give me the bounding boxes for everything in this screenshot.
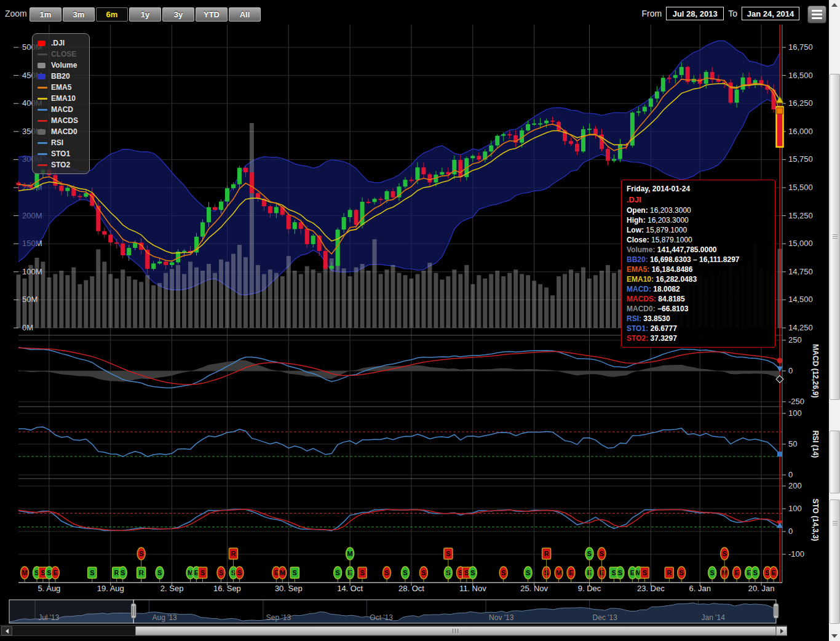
scroll-up-icon[interactable] [831,3,838,7]
rsi-axis-label: 100 [788,408,802,418]
toolbar: Zoom 1m3m6m1y3yYTDAll From To [0,0,840,23]
grip-icon [453,629,459,633]
svg-text:E: E [274,569,279,576]
zoom-button-6m[interactable]: 6m [96,7,128,22]
svg-text:E: E [734,569,739,576]
vertical-scrollbar-thumb[interactable] [830,74,840,400]
menu-button[interactable] [807,6,826,23]
price-axis-label: 15,250 [788,211,813,220]
x-axis-label: 14. Oct [337,584,363,593]
series-line-icon [38,54,47,55]
from-date-input[interactable] [666,7,724,20]
legend-label: STO2 [51,161,70,169]
tooltip-row-macd0: MACD0: −66.8103 [627,304,771,314]
zoom-button-1m[interactable]: 1m [30,7,61,22]
scroll-down-icon[interactable] [831,634,838,638]
svg-text:S: S [121,569,125,576]
macd-axis-label: 0 [788,366,793,375]
vertical-scrollbar-thumb[interactable] [830,500,840,624]
zoom-button-1y[interactable]: 1y [129,7,161,22]
series-line-icon [38,142,47,144]
to-date-input[interactable] [742,7,799,20]
svg-text:S: S [90,569,94,576]
x-axis-label: 11. Nov [459,584,486,593]
svg-text:S: S [360,569,364,576]
zoom-button-3y[interactable]: 3y [162,7,194,22]
svg-text:S: S [47,569,51,576]
svg-text:R: R [667,569,672,576]
scroll-right-button[interactable] [776,626,787,635]
price-axis-label: 15,000 [788,239,813,248]
price-axis-label: 14,500 [788,295,813,304]
vertical-scrollbar-thumb[interactable] [830,431,840,493]
legend-item-close[interactable]: CLOSE [38,49,85,60]
svg-text:S: S [710,569,715,576]
series-line-icon [38,164,47,166]
series-swatch-icon [38,63,47,68]
legend-label: EMA10 [51,94,76,103]
macd-axis-label: -250 [788,397,804,406]
svg-text:S: S [446,550,450,557]
svg-text:S: S [680,569,684,576]
svg-text:S: S [157,569,162,576]
horizontal-scrollbar-thumb[interactable] [135,626,776,635]
menu-icon [812,10,822,12]
scroll-left-button[interactable] [1,626,12,635]
sto-axis-label: 200 [788,481,802,490]
legend-item-bb20[interactable]: BB20 [38,71,85,82]
svg-text:R: R [544,550,549,557]
svg-text:M: M [347,550,353,557]
zoom-button-ytd[interactable]: YTD [196,7,228,22]
legend-label: MACDS [51,116,78,125]
navigator-month-label: Dec '13 [593,613,618,622]
navigator-month-label: Oct '13 [370,613,393,622]
zoom-button-3m[interactable]: 3m [63,7,95,22]
zoom-button-all[interactable]: All [229,7,261,22]
svg-text:S: S [335,569,339,576]
navigator-handle-left[interactable] [131,603,136,618]
signal-markers[interactable]: MSSSESRSRSSMESSSRSEMSSEMSSSSSSSSSSSSRMEE… [20,547,777,582]
svg-text:S: S [753,569,757,576]
from-label: From [642,9,662,18]
svg-text:S: S [722,550,726,557]
svg-text:S: S [643,569,647,576]
svg-text:S: S [765,569,769,576]
x-axis-label: 9. Dec [578,584,601,593]
svg-text:S: S [41,569,45,576]
legend-item-macd0[interactable]: MACD0 [38,126,85,137]
legend-item-macds[interactable]: MACDS [38,115,85,126]
legend-item-ema5[interactable]: EMA5 [38,82,85,93]
navigator-mask-left [9,600,133,623]
legend-item-.dji[interactable]: .DJI [38,38,85,49]
svg-text:S: S [219,569,223,576]
x-axis-label: 20. Jan [748,584,775,593]
tooltip-row-sto2: STO2: 37.3297 [627,333,771,343]
legend-item-macd[interactable]: MACD [38,104,85,115]
horizontal-scrollbar[interactable] [0,625,787,636]
svg-text:S: S [600,550,604,557]
legend-label: RSI [51,138,63,147]
x-axis-label: 28. Oct [398,584,424,593]
legend-item-sto1[interactable]: STO1 [38,148,85,159]
tooltip-row-high: High: 16,203.3000 [627,215,771,225]
navigator-month-label: Jul '13 [38,613,60,622]
series-swatch-icon [38,74,47,79]
grip-icon [833,234,838,239]
legend-item-volume[interactable]: Volume [38,60,85,71]
legend-item-sto2[interactable]: STO2 [38,159,85,170]
legend-item-ema10[interactable]: EMA10 [38,93,85,104]
svg-text:M: M [280,569,285,576]
svg-text:R: R [231,550,236,557]
svg-text:S: S [464,569,469,576]
svg-text:S: S [200,569,205,576]
vertical-scrollbar[interactable] [829,0,840,641]
navigator-handle-right[interactable] [774,603,779,618]
navigator-month-label: Nov '13 [489,613,514,622]
svg-text:S: S [237,569,242,576]
macd-axis-label: 250 [788,335,802,344]
legend-item-rsi[interactable]: RSI [38,137,85,148]
rsi-axis-label: 50 [788,439,797,448]
tooltip-row-volume: Volume: 141,447,785.0000 [627,245,771,255]
grip-icon [833,521,838,526]
sto2-line [18,509,780,530]
